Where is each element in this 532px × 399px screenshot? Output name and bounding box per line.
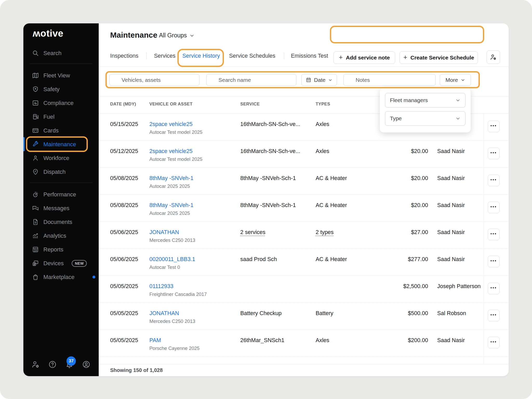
sidebar-item-compliance[interactable]: Compliance (23, 96, 99, 110)
row-actions-button[interactable]: ••• (488, 337, 500, 348)
sidebar-search-label: Search (43, 50, 62, 57)
create-service-schedule-button[interactable]: + Create Service Schedule (400, 51, 478, 64)
question-circle-icon (48, 360, 57, 369)
vehicles-assets-search-input[interactable] (109, 74, 200, 86)
bag-icon (32, 274, 39, 281)
pulse-panel-icon (32, 99, 39, 107)
sidebar-item-cards[interactable]: Cards (23, 124, 99, 137)
service-date: 05/12/2025 (110, 148, 138, 155)
vehicle-link[interactable]: 01112933 (149, 283, 173, 290)
vehicle-link[interactable]: 00200011_LBB3.1 (149, 256, 195, 263)
service-name: 8thMay -SNVeh-Sch-1 (240, 202, 313, 209)
sidebar-item-analytics[interactable]: Analytics (23, 229, 99, 243)
plus-icon: + (339, 53, 343, 61)
service-date: 05/05/2025 (110, 310, 138, 317)
service-name: 16thMarch-SN-Sch-ve... (240, 148, 313, 155)
sidebar-item-documents[interactable]: Documents (23, 215, 99, 229)
ellipsis-icon: ••• (490, 123, 497, 128)
date-filter-button[interactable]: Date (301, 74, 337, 86)
row-actions-button[interactable]: ••• (488, 310, 500, 321)
serviced-by: Saad Nasir (437, 229, 483, 236)
service-types: AC & Heater (316, 256, 368, 263)
type-select[interactable]: Type (385, 111, 466, 126)
row-actions-button[interactable]: ••• (488, 229, 500, 240)
sidebar-item-fuel[interactable]: Fuel (23, 110, 99, 124)
table-row: 05/06/2025 JONATHAN Mercedes C250 2013 2… (99, 222, 509, 249)
service-name: 26thMar_SNSch1 (240, 337, 313, 344)
tab-emissions-test[interactable]: Emissions Test (291, 49, 328, 62)
sidebar-item-label: Maintenance (43, 141, 76, 148)
service-cost: $20.00 (368, 202, 428, 209)
sidebar-item-maintenance[interactable]: Maintenance (23, 137, 99, 151)
row-actions-button[interactable]: ••• (488, 148, 500, 159)
sidebar-item-safety[interactable]: Safety (23, 82, 99, 96)
page-title: Maintenance (110, 31, 157, 39)
vehicle-link[interactable]: 8thMay -SNVeh-1 (149, 202, 194, 209)
manage-users-button[interactable] (487, 50, 500, 64)
sidebar-item-label: Messages (43, 205, 69, 212)
vehicle-link[interactable]: JONATHAN (149, 229, 179, 236)
tab-services[interactable]: Services (154, 49, 175, 62)
row-actions-button[interactable]: ••• (488, 283, 500, 294)
search-icon (32, 50, 39, 57)
admin-button[interactable] (31, 360, 40, 369)
vehicle-model: Autocar Test model 2025 (149, 156, 235, 162)
row-actions-button[interactable]: ••• (488, 121, 500, 132)
sidebar-item-label: Fleet View (43, 72, 70, 79)
tab-inspections[interactable]: Inspections (110, 49, 138, 62)
group-selector[interactable]: All Groups (159, 32, 195, 39)
column-header-date: DATE (MDY) (110, 102, 136, 107)
serviced-by: Saad Nasir (437, 202, 483, 209)
sidebar-footer (23, 360, 99, 371)
tab-separator (284, 52, 284, 59)
sidebar-item-fleet-view[interactable]: Fleet View (23, 69, 99, 82)
account-button[interactable] (82, 360, 91, 369)
fleet-managers-select[interactable]: Fleet managers (385, 93, 466, 108)
sidebar-search[interactable]: Search (23, 46, 99, 60)
row-actions-button[interactable]: ••• (488, 256, 500, 267)
sidebar-item-reports[interactable]: Reports (23, 243, 99, 256)
table-row: 05/08/2025 8thMay -SNVeh-1 Autocar 2025 … (99, 195, 509, 222)
sidebar-item-messages[interactable]: Messages (23, 201, 99, 215)
row-actions-button[interactable]: ••• (488, 175, 500, 186)
service-cost: $20.00 (368, 148, 428, 155)
vehicle-model: Autocar Test 0 (149, 264, 235, 270)
sidebar-item-performance[interactable]: Performance (23, 188, 99, 201)
service-name: 8thMay -SNVeh-Sch-1 (240, 175, 313, 182)
add-service-note-button[interactable]: + Add service note (334, 51, 395, 64)
sidebar-item-marketplace[interactable]: Marketplace (23, 270, 99, 284)
vehicle-link[interactable]: PAM (149, 337, 161, 344)
chevron-down-icon (455, 98, 461, 103)
more-filters-button[interactable]: More (440, 74, 471, 86)
vehicle-model: Porsche Cayenne 2025 (149, 345, 235, 351)
name-search-input[interactable] (206, 74, 296, 86)
help-button[interactable] (48, 360, 57, 369)
chevron-down-icon (189, 33, 195, 38)
vehicle-link[interactable]: 2space vehicle25 (149, 148, 192, 155)
column-header-service: SERVICE (240, 102, 260, 107)
chevron-down-icon (328, 78, 332, 82)
notes-search-input[interactable] (343, 74, 436, 86)
tab-service-schedules[interactable]: Service Schedules (229, 49, 275, 62)
service-name: 2 services (240, 229, 313, 236)
vehicle-link[interactable]: JONATHAN (149, 310, 179, 317)
new-badge: NEW (72, 260, 87, 267)
row-actions-button[interactable]: ••• (488, 202, 500, 213)
service-name: Battery Checkup (240, 310, 313, 317)
vehicle-link[interactable]: 2space vehicle25 (149, 121, 192, 128)
tab-service-history[interactable]: Service History (182, 49, 220, 62)
tab-separator (223, 52, 224, 59)
service-types: AC & Heater (316, 175, 368, 182)
sidebar-item-dispatch[interactable]: Dispatch (23, 165, 99, 179)
map-icon (32, 72, 39, 79)
create-service-schedule-label: Create Service Schedule (410, 55, 474, 61)
sidebar-item-devices[interactable]: Devices NEW (23, 256, 99, 270)
table-row: 05/05/2025 JONATHAN Mercedes C250 2013 B… (99, 303, 509, 330)
sidebar: ʍotive Search Fleet View Safety Complian… (23, 23, 99, 376)
vehicle-link[interactable]: 8thMay -SNVeh-1 (149, 175, 194, 182)
sidebar-item-workforce[interactable]: Workforce (23, 151, 99, 165)
sidebar-item-label: Analytics (43, 232, 66, 239)
service-cost: $500.00 (368, 310, 428, 317)
service-cost: $277.00 (368, 256, 428, 263)
service-name: 16thMarch-SN-Sch-ve... (240, 121, 313, 128)
